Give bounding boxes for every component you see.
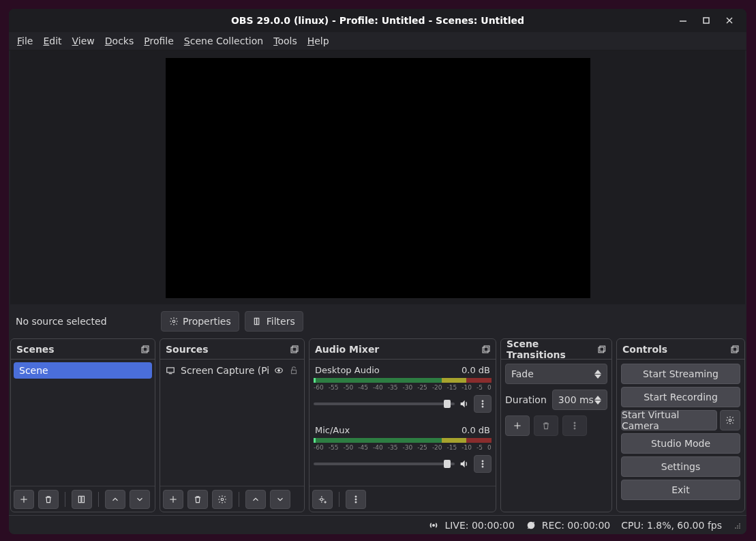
- filters-icon: [253, 317, 262, 326]
- scene-down-button[interactable]: [130, 490, 150, 509]
- resize-grip-icon[interactable]: [733, 521, 741, 529]
- start-streaming-button[interactable]: Start Streaming: [621, 364, 740, 384]
- transition-combo[interactable]: Fade: [505, 364, 607, 384]
- svg-point-51: [737, 527, 738, 529]
- exit-button[interactable]: Exit: [621, 480, 740, 500]
- source-item[interactable]: Screen Capture (Pi: [163, 362, 301, 379]
- duration-value: 300 ms: [558, 394, 594, 405]
- audio-ticks: -60-55-50-45-40-35-30-25-20-15-10-50: [314, 444, 492, 451]
- sources-header[interactable]: Sources: [160, 339, 304, 360]
- slider-thumb[interactable]: [444, 460, 451, 468]
- svg-point-46: [729, 419, 731, 422]
- audio-header[interactable]: Audio Mixer: [309, 339, 496, 360]
- transitions-body: Fade Duration 300 ms: [501, 360, 611, 440]
- plus-icon: [19, 495, 29, 504]
- chevron-down-icon: [135, 495, 145, 504]
- dock-popout-icon[interactable]: [731, 345, 739, 353]
- gear-icon: [169, 317, 179, 326]
- speaker-icon[interactable]: [459, 458, 470, 469]
- svg-rect-23: [483, 347, 488, 353]
- audio-footer: [309, 486, 496, 512]
- close-button[interactable]: [723, 14, 736, 27]
- minimize-button[interactable]: [677, 14, 689, 27]
- scenes-title: Scenes: [16, 344, 55, 355]
- dock-popout-icon[interactable]: [141, 345, 149, 353]
- dock-popout-icon[interactable]: [598, 345, 606, 353]
- scene-grid-icon: [77, 495, 87, 504]
- audio-channel-name: Desktop Audio: [315, 365, 380, 375]
- maximize-button[interactable]: [700, 14, 712, 27]
- settings-button[interactable]: Settings: [621, 456, 740, 477]
- transitions-header[interactable]: Scene Transitions: [501, 339, 611, 360]
- preview-canvas[interactable]: [166, 58, 590, 298]
- start-virtual-camera-button[interactable]: Start Virtual Camera: [621, 410, 717, 430]
- audio-meter: [314, 378, 492, 383]
- menu-help[interactable]: Help: [307, 35, 329, 46]
- dock-popout-icon[interactable]: [482, 345, 490, 353]
- svg-rect-8: [143, 346, 149, 351]
- audio-ticks: -60-55-50-45-40-35-30-25-20-15-10-50: [314, 384, 492, 391]
- audio-options-button[interactable]: [474, 455, 492, 473]
- properties-button[interactable]: Properties: [161, 311, 239, 332]
- scene-item[interactable]: Scene: [14, 362, 152, 379]
- eye-icon[interactable]: [274, 366, 284, 375]
- audio-volume-slider[interactable]: [314, 403, 455, 405]
- menu-view[interactable]: View: [72, 35, 95, 46]
- speaker-icon[interactable]: [459, 398, 470, 409]
- source-remove-button[interactable]: [187, 490, 208, 509]
- dots-vertical-icon: [478, 399, 487, 409]
- audio-meter: [314, 438, 492, 443]
- audio-volume-slider[interactable]: [314, 463, 455, 465]
- scene-remove-button[interactable]: [38, 490, 59, 509]
- start-recording-button[interactable]: Start Recording: [621, 387, 740, 407]
- studio-mode-button[interactable]: Studio Mode: [621, 433, 740, 454]
- transition-menu-button[interactable]: [562, 415, 587, 436]
- dock-popout-icon[interactable]: [290, 345, 299, 353]
- source-add-button[interactable]: [163, 490, 183, 509]
- status-cpu: CPU: 1.8%, 60.00 fps: [621, 520, 722, 531]
- svg-rect-5: [254, 318, 256, 324]
- scene-add-button[interactable]: [14, 490, 34, 509]
- transition-add-button[interactable]: [505, 415, 530, 436]
- menu-profile[interactable]: Profile: [144, 35, 174, 46]
- audio-menu-button[interactable]: [346, 490, 366, 509]
- menu-tools[interactable]: Tools: [273, 35, 297, 46]
- svg-point-29: [482, 463, 483, 465]
- menu-scene-collection[interactable]: Scene Collection: [184, 35, 263, 46]
- lock-icon[interactable]: [289, 366, 299, 375]
- svg-point-28: [482, 460, 483, 462]
- menubar: File Edit View Docks Profile Scene Colle…: [9, 32, 746, 50]
- audio-advanced-button[interactable]: [312, 490, 333, 509]
- chevron-up-icon: [110, 495, 120, 504]
- svg-point-4: [172, 320, 175, 323]
- virtual-camera-settings-button[interactable]: [720, 410, 740, 430]
- separator: [98, 492, 99, 507]
- audio-channel-db: 0.0 dB: [462, 425, 490, 435]
- svg-point-18: [278, 370, 280, 372]
- svg-rect-7: [142, 347, 147, 353]
- sources-dock: Sources Screen Capture (Pi: [160, 338, 305, 512]
- audio-body: Desktop Audio 0.0 dB -60-55-50-45-40-35-…: [309, 360, 496, 486]
- status-live-text: LIVE: 00:00:00: [444, 520, 514, 531]
- menu-edit[interactable]: Edit: [43, 35, 61, 46]
- filters-label: Filters: [267, 316, 295, 327]
- duration-spinner[interactable]: 300 ms: [552, 390, 607, 410]
- menu-docks[interactable]: Docks: [105, 35, 134, 46]
- scene-up-button[interactable]: [105, 490, 125, 509]
- audio-options-button[interactable]: [474, 395, 492, 413]
- menu-file[interactable]: File: [17, 35, 33, 46]
- scene-filter-button[interactable]: [72, 490, 92, 509]
- transition-remove-button[interactable]: [534, 415, 558, 436]
- scenes-header[interactable]: Scenes: [11, 339, 155, 360]
- source-down-button[interactable]: [270, 490, 290, 509]
- slider-thumb[interactable]: [444, 400, 451, 408]
- transitions-dock: Scene Transitions Fade Duration 300 ms: [500, 338, 612, 512]
- source-settings-button[interactable]: [212, 490, 232, 509]
- svg-rect-1: [704, 18, 709, 23]
- source-up-button[interactable]: [245, 490, 266, 509]
- controls-header[interactable]: Controls: [617, 339, 744, 360]
- svg-point-52: [735, 527, 736, 529]
- separator: [339, 492, 339, 507]
- sources-body: Screen Capture (Pi: [160, 360, 304, 486]
- filters-button[interactable]: Filters: [245, 311, 303, 332]
